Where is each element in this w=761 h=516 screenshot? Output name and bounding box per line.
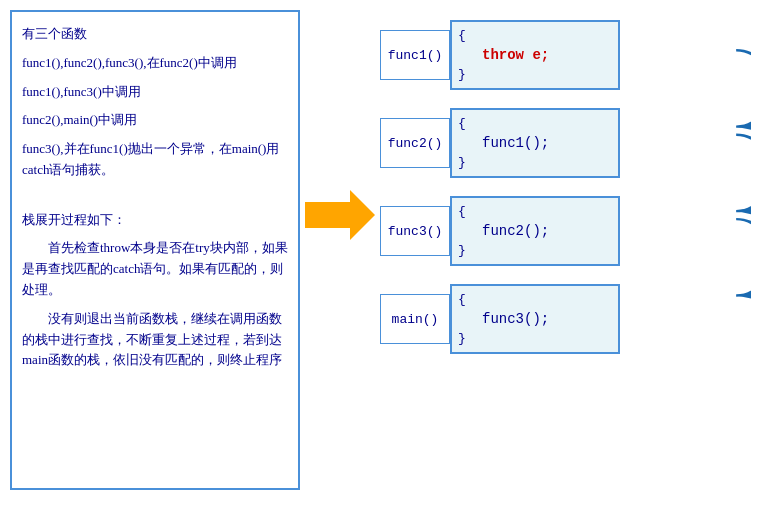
brace-left-2: { (458, 116, 466, 131)
brace-left-3: { (458, 204, 466, 219)
brace-right-4: } (458, 331, 466, 346)
func2-box: { func1(); } (450, 108, 620, 178)
func3-row: func3() { func2(); } (380, 196, 620, 266)
text-line-6: 栈展开过程如下： (22, 210, 288, 231)
text-line-8: 没有则退出当前函数栈，继续在调用函数的栈中进行查找，不断重复上述过程，若到达ma… (22, 309, 288, 371)
main-label: main() (380, 294, 450, 344)
brace-right-1: } (458, 67, 466, 82)
main-code: func3(); (482, 309, 549, 330)
text-line-4: func2(),main()中调用 (22, 110, 288, 131)
func1-row: func1() { throw e; } (380, 20, 620, 90)
func2-row: func2() { func1(); } (380, 108, 620, 178)
text-line-3: func1(),func3()中调用 (22, 82, 288, 103)
brace-left-1: { (458, 28, 466, 43)
main-box: { func3(); } (450, 284, 620, 354)
text-line-7: 首先检查throw本身是否在try块内部，如果是再查找匹配的catch语句。如果… (22, 238, 288, 300)
func3-box: { func2(); } (450, 196, 620, 266)
func3-code: func2(); (482, 221, 549, 242)
text-line-2: func1(),func2(),func3(),在func2()中调用 (22, 53, 288, 74)
func1-code: throw e; (482, 45, 549, 66)
brace-right-2: } (458, 155, 466, 170)
brace-right-3: } (458, 243, 466, 258)
main-container: 有三个函数 func1(),func2(),func3(),在func2()中调… (0, 0, 761, 516)
arrow-container (300, 10, 380, 240)
svg-marker-0 (305, 190, 375, 240)
right-arrow-icon (305, 190, 375, 240)
left-panel: 有三个函数 func1(),func2(),func3(),在func2()中调… (10, 10, 300, 490)
func2-code: func1(); (482, 133, 549, 154)
func2-label: func2() (380, 118, 450, 168)
func1-box: { throw e; } (450, 20, 620, 90)
main-row: main() { func3(); } (380, 284, 620, 354)
text-line-5: func3(),并在func1()抛出一个异常，在main()用catch语句捕… (22, 139, 288, 181)
right-panel: func1() { throw e; } func2() { func1(); … (380, 10, 751, 372)
func3-label: func3() (380, 206, 450, 256)
brace-left-4: { (458, 292, 466, 307)
func1-label: func1() (380, 30, 450, 80)
text-line-1: 有三个函数 (22, 24, 288, 45)
